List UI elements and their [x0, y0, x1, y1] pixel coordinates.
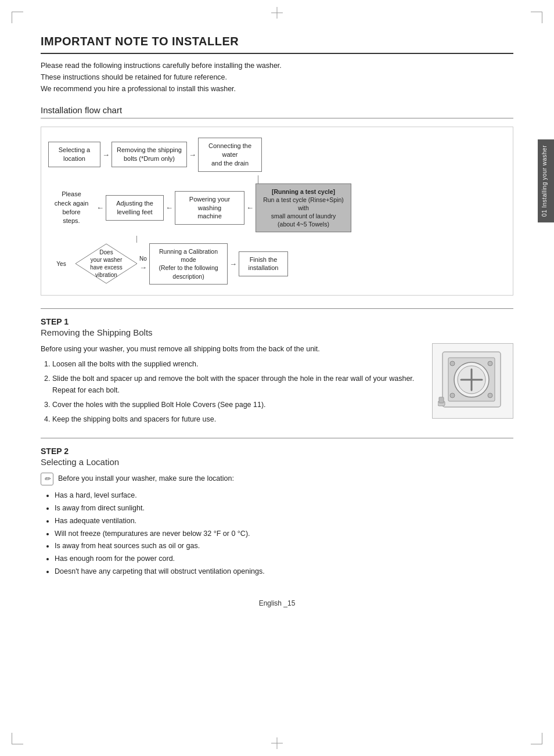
flow-vert-connector-2 — [48, 236, 506, 243]
crosshair-bottom — [271, 737, 283, 749]
svg-point-10 — [488, 393, 492, 398]
step-2-note: Before you install your washer, make sur… — [58, 473, 234, 484]
bullet-item-5: Is away from heat sources such as oil or… — [55, 541, 513, 552]
step-1-item-3: Cover the holes with the supplied Bolt H… — [52, 399, 423, 411]
bullet-item-3: Has adequate ventilation. — [55, 516, 513, 527]
step-1-number: STEP 1 — [41, 317, 513, 326]
flow-box-adjusting: Adjusting thelevelling feet — [106, 195, 164, 221]
step-1-content: Before using your washer, you must remov… — [41, 343, 513, 429]
step-2-number: STEP 2 — [41, 447, 513, 456]
flow-row-2: Pleasecheck againbeforesteps. ← Adjustin… — [48, 183, 506, 233]
intro-line-1: Please read the following instructions c… — [41, 60, 513, 71]
corner-mark-tr — [531, 12, 542, 23]
flow-arrow-5: ← — [246, 203, 254, 212]
flow-chart: Selecting alocation → Removing the shipp… — [41, 127, 513, 296]
step-2-body: ✏ Before you install your washer, make s… — [41, 473, 513, 577]
flow-row-3: Yes Doesyour washerhave excess vibration… — [48, 243, 506, 285]
bullet-item-2: Is away from direct sunlight. — [55, 503, 513, 514]
intro-line-2: These instructions should be retained fo… — [41, 71, 513, 83]
flow-chart-title: Installation flow chart — [41, 105, 513, 118]
page-wrapper: 01 Installing your washer IMPORTANT NOTE… — [0, 0, 554, 756]
bullet-item-1: Has a hard, level surface. — [55, 490, 513, 501]
step-1-title: Removing the Shipping Bolts — [41, 327, 513, 337]
flow-arrow-2: → — [189, 150, 196, 159]
intro-line-3: We recommend you hire a professional to … — [41, 83, 513, 95]
flow-box-connecting: Connecting the waterand the drain — [198, 138, 262, 172]
page-title: IMPORTANT NOTE TO INSTALLER — [41, 35, 513, 54]
step-2-title: Selecting a Location — [41, 457, 513, 467]
page-number: English _15 — [259, 599, 296, 607]
bullet-item-7: Doesn't have any carpeting that will obs… — [55, 566, 513, 577]
flow-diamond-wrap: Doesyour washerhave excess vibrationor n… — [74, 243, 138, 285]
step-1-text: Before using your washer, you must remov… — [41, 343, 423, 429]
flow-box-removing: Removing the shippingbolts (*Drum only) — [111, 142, 187, 167]
flow-diamond-svg: Doesyour washerhave excess vibrationor n… — [74, 243, 138, 285]
flow-chart-container: Selecting alocation → Removing the shipp… — [48, 138, 506, 285]
flow-box-test-cycle: [Running a test cycle]Run a test cycle (… — [256, 183, 351, 233]
svg-point-7 — [450, 361, 455, 366]
flow-spacer-left — [48, 175, 242, 183]
flow-arrow-7: → — [229, 260, 237, 268]
washer-image — [432, 343, 513, 419]
step-1-item-1: Loosen all the bolts with the supplied w… — [52, 358, 423, 370]
flow-label-yes: Yes — [56, 261, 66, 267]
step-1-section: STEP 1 Removing the Shipping Bolts Befor… — [41, 308, 513, 429]
flow-arrow-6: → — [139, 263, 147, 272]
page-footer: English _15 — [41, 595, 513, 607]
flow-box-calibration: Running a Calibration mode(Refer to the … — [149, 243, 228, 285]
washer-diagram-svg — [438, 346, 508, 416]
step-1-list: Loosen all the bolts with the supplied w… — [41, 358, 423, 425]
note-box: ✏ Before you install your washer, make s… — [41, 473, 513, 485]
flow-row-1: Selecting alocation → Removing the shipp… — [48, 138, 506, 172]
corner-mark-bl — [12, 733, 23, 744]
svg-point-9 — [450, 393, 455, 398]
step-1-item-4: Keep the shipping bolts and spacers for … — [52, 413, 423, 425]
step-1-item-2: Slide the bolt and spacer up and remove … — [52, 373, 423, 396]
note-icon: ✏ — [41, 473, 53, 485]
svg-point-8 — [488, 361, 492, 366]
svg-rect-12 — [439, 397, 444, 403]
flow-label-no: No — [139, 255, 147, 262]
step-1-intro: Before using your washer, you must remov… — [41, 343, 423, 355]
flow-box-selecting: Selecting alocation — [48, 142, 100, 167]
intro-section: Please read the following instructions c… — [41, 60, 513, 95]
flow-box-please-check: Pleasecheck againbeforesteps. — [48, 188, 95, 228]
step-2-section: STEP 2 Selecting a Location ✏ Before you… — [41, 438, 513, 577]
corner-mark-tl — [12, 12, 23, 23]
bullet-item-6: Has enough room for the power cord. — [55, 553, 513, 564]
side-tab: 01 Installing your washer — [538, 139, 554, 222]
crosshair-top — [271, 7, 283, 19]
flow-arrow-4: ← — [166, 203, 173, 212]
flow-vert-line-1 — [242, 175, 274, 183]
flow-arrow-3: ← — [96, 203, 104, 212]
step-2-bullet-list: Has a hard, level surface. Is away from … — [41, 490, 513, 577]
corner-mark-br — [531, 733, 542, 744]
flow-vert-bar-1 — [258, 175, 258, 183]
flow-arrow-1: → — [102, 150, 110, 159]
bullet-item-4: Will not freeze (tempuratures are never … — [55, 528, 513, 539]
flow-vert-connector-1 — [48, 175, 506, 183]
flow-box-finish: Finish theinstallation — [239, 251, 288, 277]
flow-box-powering: Powering your washingmachine — [175, 191, 244, 225]
